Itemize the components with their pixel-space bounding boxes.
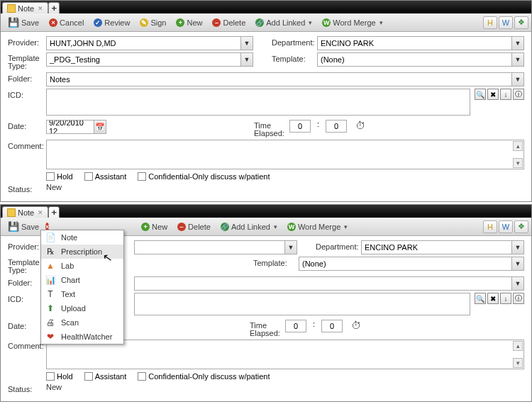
- icd-clear-icon[interactable]: ✖: [487, 293, 499, 304]
- time-minutes[interactable]: 0: [326, 120, 347, 133]
- delete-button[interactable]: –Delete: [173, 220, 215, 233]
- icd-field[interactable]: [134, 293, 470, 315]
- template-select[interactable]: (None)▼: [299, 257, 524, 271]
- department-select[interactable]: ENCINO PARK▼: [361, 240, 524, 254]
- folder-select[interactable]: Notes▼: [46, 72, 524, 86]
- delete-button[interactable]: –Delete: [208, 16, 250, 29]
- department-select[interactable]: ENCINO PARK▼: [317, 36, 524, 50]
- add-linked-button[interactable]: 🔗Add Linked: [216, 220, 282, 233]
- right-icon-b[interactable]: W: [499, 16, 513, 29]
- close-icon[interactable]: ✕: [38, 209, 43, 216]
- add-linked-button[interactable]: 🔗Add Linked: [251, 16, 316, 29]
- scroll-up-icon[interactable]: ▴: [513, 141, 523, 151]
- menu-scan[interactable]: 🖨Scan: [41, 315, 123, 330]
- stopwatch-icon[interactable]: ⏱: [355, 120, 365, 131]
- confidential-checkbox[interactable]: Confidential-Only discuss w/patient: [138, 172, 270, 181]
- confidential-checkbox[interactable]: Confidential-Only discuss w/patient: [138, 372, 270, 381]
- chevron-down-icon: ▼: [240, 53, 253, 66]
- icd-buttons: 🔍 ✖ ↓ ⓘ: [475, 293, 524, 304]
- prescription-icon: ℞: [45, 247, 55, 257]
- right-icon-a[interactable]: H: [483, 16, 497, 29]
- scroll-down-icon[interactable]: ▾: [513, 158, 523, 168]
- sign-button[interactable]: ✎Sign: [135, 16, 170, 29]
- icd-label: ICD:: [8, 89, 42, 99]
- lab-icon: ▲: [45, 261, 55, 271]
- menu-chart[interactable]: 📊Chart: [41, 273, 123, 287]
- scan-icon: 🖨: [45, 318, 55, 327]
- icd-search-icon[interactable]: 🔍: [475, 89, 486, 100]
- bottom-panel: Note ✕ + 💾Save × +New –Delete 🔗Add Linke…: [0, 204, 532, 402]
- hold-checkbox[interactable]: Hold: [46, 372, 73, 381]
- time-sep: :: [315, 120, 321, 128]
- menu-note[interactable]: 📄Note: [41, 230, 123, 245]
- icd-down-icon[interactable]: ↓: [500, 89, 511, 100]
- right-icon-a[interactable]: H: [483, 220, 497, 233]
- comment-field[interactable]: ▴ ▾: [46, 140, 524, 169]
- time-elapsed-label: Time Elapsed:: [254, 120, 285, 138]
- menu-upload[interactable]: ⬆Upload: [41, 301, 123, 315]
- tab-note[interactable]: Note ✕: [2, 2, 48, 13]
- right-icon-c[interactable]: ❖: [514, 220, 528, 233]
- template-label: Template:: [253, 257, 294, 267]
- delete-icon: –: [212, 18, 221, 27]
- menu-healthwatcher[interactable]: ❤HealthWatcher: [41, 330, 123, 344]
- tab-note[interactable]: Note ✕: [2, 206, 48, 218]
- icd-field[interactable]: [46, 89, 470, 116]
- assistant-checkbox[interactable]: Assistant: [84, 172, 127, 181]
- hold-checkbox[interactable]: Hold: [46, 172, 73, 181]
- chart-icon: 📊: [45, 275, 55, 285]
- icd-info-icon[interactable]: ⓘ: [513, 89, 524, 100]
- icd-info-icon[interactable]: ⓘ: [513, 293, 524, 304]
- close-icon[interactable]: ✕: [38, 5, 43, 12]
- provider-label: Provider:: [8, 36, 42, 47]
- date-input[interactable]: 9/20/2010 12: [46, 120, 94, 134]
- stopwatch-icon[interactable]: ⏱: [351, 320, 361, 331]
- icd-clear-icon[interactable]: ✖: [487, 89, 499, 100]
- assistant-checkbox[interactable]: Assistant: [84, 372, 127, 381]
- department-label: Department:: [272, 36, 313, 47]
- tab-label: Note: [18, 208, 34, 217]
- right-icon-c[interactable]: ❖: [514, 16, 528, 29]
- icd-down-icon[interactable]: ↓: [500, 293, 511, 304]
- icd-search-icon[interactable]: 🔍: [475, 293, 486, 304]
- cancel-icon: ×: [49, 18, 57, 27]
- tab-label: Note: [18, 4, 34, 13]
- word-merge-button[interactable]: WWord Merge: [318, 16, 387, 29]
- disk-icon: 💾: [8, 221, 19, 232]
- time-minutes[interactable]: 0: [321, 320, 343, 332]
- tab-add[interactable]: +: [48, 206, 60, 218]
- new-icon: +: [141, 223, 150, 231]
- menu-text[interactable]: TText: [41, 287, 123, 301]
- folder-select[interactable]: ▼: [134, 276, 524, 291]
- time-hours[interactable]: 0: [289, 120, 311, 133]
- save-button[interactable]: 💾Save: [4, 15, 43, 30]
- delete-icon: –: [177, 223, 186, 231]
- review-icon: ✓: [94, 18, 102, 27]
- template-type-select[interactable]: _PDG_Testing▼: [46, 52, 253, 67]
- toolbar: 💾Save × +New –Delete 🔗Add Linked WWord M…: [1, 218, 531, 236]
- new-button[interactable]: +New: [137, 220, 172, 233]
- plus-icon: +: [51, 207, 57, 218]
- provider-select[interactable]: ▼: [134, 240, 297, 254]
- scroll-up-icon[interactable]: ▴: [513, 341, 523, 351]
- time-hours[interactable]: 0: [285, 320, 306, 332]
- tab-add[interactable]: +: [48, 2, 60, 13]
- save-button[interactable]: 💾Save: [4, 219, 43, 234]
- form: Provider: HUNT,JOHN D,MD▼ Department: EN…: [1, 32, 531, 201]
- date-label: Date:: [8, 120, 42, 130]
- folder-label: Folder:: [8, 72, 42, 83]
- word-merge-button[interactable]: WWord Merge: [283, 220, 352, 233]
- chevron-down-icon: ▼: [511, 73, 523, 86]
- calendar-icon[interactable]: 📅: [94, 120, 106, 134]
- provider-select[interactable]: HUNT,JOHN D,MD▼: [46, 36, 253, 50]
- chevron-down-icon: ▼: [511, 53, 523, 66]
- scroll-down-icon[interactable]: ▾: [513, 358, 523, 368]
- right-icon-b[interactable]: W: [499, 220, 513, 233]
- status-value: New: [46, 183, 62, 191]
- status-value: New: [46, 383, 62, 391]
- review-button[interactable]: ✓Review: [89, 16, 134, 29]
- template-label: Template:: [272, 52, 313, 63]
- template-select[interactable]: (None)▼: [317, 52, 524, 67]
- new-button[interactable]: +New: [172, 16, 206, 29]
- cancel-button[interactable]: ×Cancel: [45, 16, 88, 29]
